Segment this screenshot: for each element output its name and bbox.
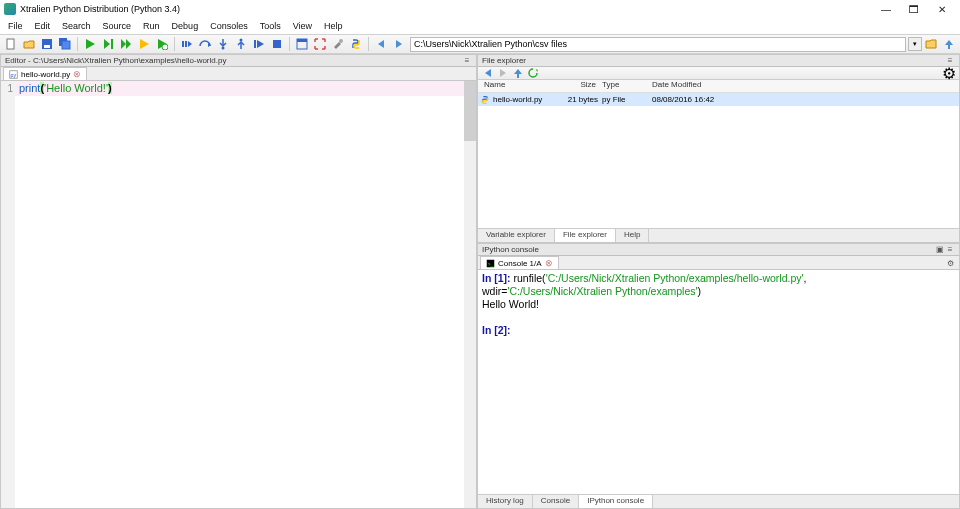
step-into-button[interactable]	[215, 36, 231, 52]
console-tab-close-icon[interactable]: ⊗	[545, 258, 553, 268]
next-dir-button[interactable]	[497, 67, 509, 79]
cwd-history-dropdown[interactable]: ▾	[908, 37, 922, 51]
col-date[interactable]: Date Modified	[652, 80, 959, 92]
console-line-2: wdir='C:/Users/Nick/Xtralien Python/exam…	[482, 285, 955, 298]
tab-variable-explorer[interactable]: Variable explorer	[478, 229, 555, 242]
run-again-button[interactable]	[154, 36, 170, 52]
file-row[interactable]: hello-world.py 21 bytes py File 08/08/20…	[478, 93, 959, 106]
console-line-1: In [1]: runfile('C:/Users/Nick/Xtralien …	[482, 272, 955, 285]
fullscreen-button[interactable]	[312, 36, 328, 52]
line-number: 1	[1, 81, 13, 96]
editor-tab-label: hello-world.py	[21, 70, 70, 79]
maximize-button[interactable]: 🗖	[900, 2, 928, 16]
run-cell-button[interactable]	[100, 36, 116, 52]
browse-dir-button[interactable]	[923, 36, 939, 52]
file-type: py File	[602, 95, 652, 104]
menu-consoles[interactable]: Consoles	[204, 21, 254, 31]
console-tabstrip: >_ Console 1/A ⊗ ⚙	[478, 256, 959, 270]
file-date: 08/08/2016 16:42	[652, 95, 959, 104]
main-toolbar: ▾	[0, 34, 960, 54]
new-file-button[interactable]	[3, 36, 19, 52]
python-file-icon: py	[9, 70, 18, 79]
svg-rect-14	[297, 39, 307, 42]
continue-button[interactable]	[251, 36, 267, 52]
back-button[interactable]	[373, 36, 389, 52]
menu-tools[interactable]: Tools	[254, 21, 287, 31]
menu-run[interactable]: Run	[137, 21, 166, 31]
menu-view[interactable]: View	[287, 21, 318, 31]
file-explorer-title: File explorer	[482, 56, 526, 65]
run-button[interactable]	[82, 36, 98, 52]
refresh-explorer-button[interactable]	[527, 67, 539, 79]
editor-scrollbar[interactable]	[464, 81, 476, 508]
run-line-button[interactable]	[136, 36, 152, 52]
code-line-1: print('Hello World!')	[19, 81, 112, 96]
close-button[interactable]: ✕	[928, 2, 956, 16]
console-tab[interactable]: >_ Console 1/A ⊗	[480, 256, 559, 269]
working-directory-input[interactable]	[410, 37, 906, 52]
save-all-button[interactable]	[57, 36, 73, 52]
step-out-button[interactable]	[233, 36, 249, 52]
up-dir-button[interactable]	[512, 67, 524, 79]
svg-rect-8	[185, 41, 187, 47]
svg-point-10	[240, 39, 243, 42]
menu-file[interactable]: File	[2, 21, 29, 31]
file-explorer-body[interactable]	[478, 106, 959, 241]
forward-button[interactable]	[391, 36, 407, 52]
tab-help[interactable]: Help	[616, 229, 649, 242]
editor-title: Editor - C:\Users\Nick\Xtralien Python\e…	[5, 56, 226, 65]
run-cell-advance-button[interactable]	[118, 36, 134, 52]
minimize-button[interactable]: —	[872, 2, 900, 16]
file-name: hello-world.py	[493, 95, 542, 104]
debug-button[interactable]	[179, 36, 195, 52]
editor-tab[interactable]: py hello-world.py ⊗	[3, 67, 87, 80]
file-explorer-title-bar: File explorer ≡	[478, 55, 959, 67]
maximize-pane-button[interactable]	[294, 36, 310, 52]
svg-point-6	[162, 44, 168, 50]
code-editor[interactable]: 1 print('Hello World!')	[1, 81, 476, 508]
svg-text:>_: >_	[488, 260, 494, 266]
menu-debug[interactable]: Debug	[166, 21, 205, 31]
ipython-options-button[interactable]: ≡	[945, 245, 955, 255]
svg-rect-2	[44, 45, 50, 48]
ipython-title: IPython console	[482, 245, 539, 254]
tab-file-explorer[interactable]: File explorer	[555, 229, 616, 242]
file-list-header[interactable]: Name Size Type Date Modified	[478, 80, 959, 93]
step-over-button[interactable]	[197, 36, 213, 52]
python-path-button[interactable]	[348, 36, 364, 52]
editor-pane: Editor - C:\Users\Nick\Xtralien Python\e…	[0, 54, 477, 509]
menu-source[interactable]: Source	[97, 21, 138, 31]
editor-tab-close-icon[interactable]: ⊗	[73, 69, 81, 79]
menu-help[interactable]: Help	[318, 21, 349, 31]
window-title: Xtralien Python Distribution (Python 3.4…	[20, 4, 180, 14]
preferences-button[interactable]	[330, 36, 346, 52]
app-icon	[4, 3, 16, 15]
svg-point-9	[222, 47, 225, 50]
svg-rect-5	[111, 39, 113, 49]
open-file-button[interactable]	[21, 36, 37, 52]
parent-dir-button[interactable]	[941, 36, 957, 52]
col-name[interactable]: Name	[478, 80, 558, 92]
menubar: File Edit Search Source Run Debug Consol…	[0, 18, 960, 34]
ipython-maximize-button[interactable]: ▣	[935, 245, 945, 255]
svg-rect-11	[254, 40, 256, 48]
editor-title-bar: Editor - C:\Users\Nick\Xtralien Python\e…	[1, 55, 476, 67]
prev-dir-button[interactable]	[482, 67, 494, 79]
file-explorer-menu-button[interactable]: ⚙	[943, 67, 955, 79]
editor-options-button[interactable]: ≡	[462, 56, 472, 66]
col-type[interactable]: Type	[602, 80, 652, 92]
tab-ipython-console[interactable]: IPython console	[579, 495, 653, 508]
save-button[interactable]	[39, 36, 55, 52]
file-explorer-pane: File explorer ≡ ⚙ Name Size Type Date Mo…	[477, 54, 960, 243]
console-gear-button[interactable]: ⚙	[945, 259, 955, 269]
tab-history-log[interactable]: History log	[478, 495, 533, 508]
menu-search[interactable]: Search	[56, 21, 97, 31]
menu-edit[interactable]: Edit	[29, 21, 57, 31]
console-tab-label: Console 1/A	[498, 259, 542, 268]
tab-console[interactable]: Console	[533, 495, 579, 508]
svg-point-15	[339, 39, 343, 43]
col-size[interactable]: Size	[558, 80, 602, 92]
console-output[interactable]: In [1]: runfile('C:/Users/Nick/Xtralien …	[478, 270, 959, 494]
svg-rect-4	[62, 41, 70, 49]
stop-debug-button[interactable]	[269, 36, 285, 52]
